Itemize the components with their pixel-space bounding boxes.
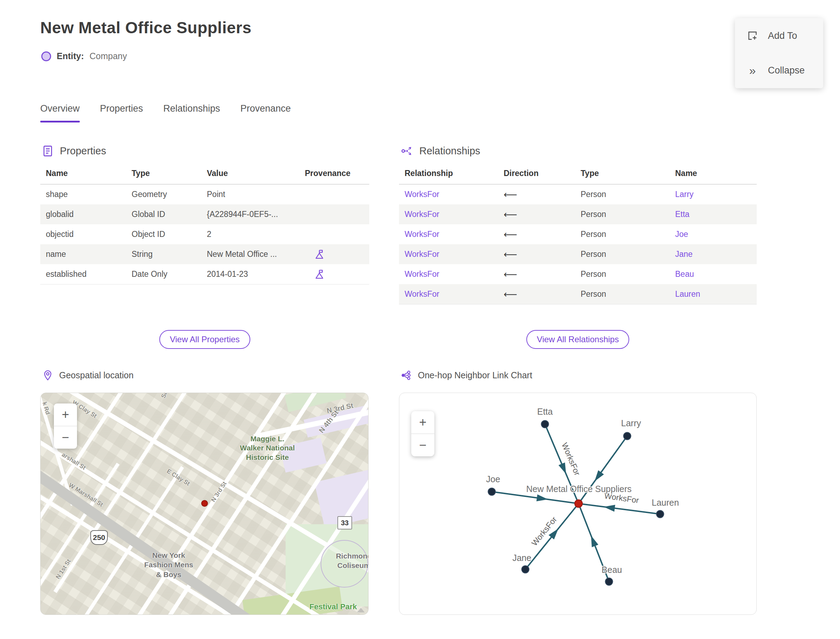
related-entity-link[interactable]: Jane	[670, 250, 757, 259]
node-label: Joe	[486, 474, 500, 484]
edge-label: WorksFor	[530, 515, 558, 548]
relationship-row: WorksFor⟵PersonLarry	[399, 184, 757, 204]
column-header: Type	[575, 168, 670, 178]
related-entity-link[interactable]: Larry	[670, 190, 757, 199]
chart-zoom-out-button[interactable]: −	[411, 434, 434, 456]
map-attribution-toggle[interactable]	[357, 608, 365, 612]
view-all-properties-button[interactable]: View All Properties	[159, 330, 250, 349]
entity-details-page: New Metal Office Suppliers Entity: Compa…	[0, 0, 840, 639]
link-chart-title: One-hop Neighbor Link Chart	[418, 370, 532, 380]
column-header: Direction	[498, 168, 575, 178]
chart-zoom-control: + −	[411, 411, 434, 456]
property-type: String	[126, 250, 201, 259]
add-to-button[interactable]: Add To	[746, 29, 797, 42]
route-badge-33: 33	[337, 516, 352, 529]
collapse-icon: »	[746, 64, 759, 76]
relationships-icon	[401, 145, 414, 157]
relationships-table-body: WorksFor⟵PersonLarryWorksFor⟵PersonEttaW…	[399, 184, 757, 304]
edge-arrow	[558, 462, 570, 475]
collapse-button[interactable]: » Collapse	[746, 64, 805, 76]
relationship-link[interactable]: WorksFor	[399, 190, 498, 199]
property-row: nameStringNew Metal Office ...	[40, 244, 369, 264]
property-row: objectidObject ID2	[40, 224, 369, 244]
relationship-link[interactable]: WorksFor	[399, 289, 498, 299]
node-label: Beau	[601, 565, 622, 575]
property-name: objectid	[40, 230, 126, 239]
node-larry[interactable]	[624, 432, 631, 440]
relationship-row: WorksFor⟵PersonLauren	[399, 284, 757, 304]
collapse-label: Collapse	[768, 65, 805, 76]
node-etta[interactable]	[541, 421, 549, 428]
map-zoom-control: + −	[54, 404, 77, 448]
relationship-row: WorksFor⟵PersonEtta	[399, 204, 757, 224]
relationships-table-header: Relationship Direction Type Name	[399, 168, 757, 184]
node-lauren[interactable]	[657, 510, 664, 518]
geospatial-map[interactable]: k RdW Clay StSaarshall StW Marshall StE …	[40, 393, 369, 615]
entity-badge-icon	[41, 51, 51, 61]
map-zoom-in-button[interactable]: +	[54, 404, 77, 426]
node-beau[interactable]	[606, 578, 613, 585]
column-header: Provenance	[299, 168, 369, 178]
property-type: Date Only	[126, 269, 201, 279]
tab-provenance[interactable]: Provenance	[240, 103, 291, 122]
node-label: Jane	[512, 553, 531, 563]
map-label: Maggie L.Walker NationalHistoric Site	[232, 434, 302, 462]
tab-properties[interactable]: Properties	[100, 103, 143, 122]
related-entity-link[interactable]: Etta	[670, 210, 757, 219]
node-jane[interactable]	[522, 566, 529, 573]
properties-table: Name Type Value Provenance shapeGeometry…	[40, 168, 369, 285]
relationship-row: WorksFor⟵PersonJane	[399, 244, 757, 264]
map-label: RichmondColiseum	[319, 551, 369, 571]
relationship-type: Person	[575, 250, 670, 259]
link-chart-section-header: One-hop Neighbor Link Chart	[401, 370, 532, 381]
edge-arrow	[592, 471, 604, 484]
property-provenance	[299, 249, 369, 260]
direction-arrow: ⟵	[498, 189, 575, 200]
route-shield-250: 250	[90, 530, 108, 545]
geospatial-title: Geospatial location	[59, 370, 134, 380]
property-value: 2	[201, 230, 299, 239]
node-joe[interactable]	[488, 488, 496, 496]
property-provenance	[299, 269, 369, 280]
node-company[interactable]	[575, 500, 582, 507]
relationship-link[interactable]: WorksFor	[399, 230, 498, 239]
related-entity-link[interactable]: Beau	[670, 269, 757, 279]
property-value: Point	[201, 190, 299, 199]
direction-arrow: ⟵	[498, 269, 575, 280]
direction-arrow: ⟵	[498, 289, 575, 300]
chart-zoom-in-button[interactable]: +	[411, 411, 434, 434]
link-chart[interactable]: WorksForWorksForWorksForEttaLarryJoeLaur…	[399, 393, 757, 615]
relationship-link[interactable]: WorksFor	[399, 269, 498, 279]
tab-overview[interactable]: Overview	[40, 103, 80, 122]
property-type: Global ID	[126, 210, 201, 219]
edge-label: WorksFor	[560, 441, 582, 477]
properties-table-body: shapeGeometryPointglobalidGlobal ID{A228…	[40, 184, 369, 285]
map-label: New YorkFashion Mens& Boys	[134, 550, 204, 579]
center-node-label: New Metal Office Suppliers	[526, 484, 632, 494]
related-entity-link[interactable]: Lauren	[670, 289, 757, 299]
column-header: Name	[40, 168, 126, 178]
property-name: globalid	[40, 210, 126, 219]
provenance-icon[interactable]	[314, 249, 325, 260]
tab-relationships[interactable]: Relationships	[164, 103, 220, 122]
relationships-section-title: Relationships	[419, 145, 480, 157]
page-title: New Metal Office Suppliers	[40, 18, 251, 37]
provenance-icon[interactable]	[314, 269, 325, 280]
one-hop-icon	[401, 370, 412, 381]
properties-section-header: Properties	[41, 145, 106, 157]
properties-section-title: Properties	[60, 145, 106, 157]
related-entity-link[interactable]: Joe	[670, 230, 757, 239]
property-type: Geometry	[126, 190, 201, 199]
edge-arrow	[588, 534, 598, 547]
view-all-relationships-button[interactable]: View All Relationships	[527, 330, 629, 349]
column-header: Type	[126, 168, 201, 178]
relationship-link[interactable]: WorksFor	[399, 250, 498, 259]
column-header: Value	[201, 168, 299, 178]
relationship-link[interactable]: WorksFor	[399, 210, 498, 219]
property-row: establishedDate Only2014-01-23	[40, 264, 369, 284]
relationship-type: Person	[575, 269, 670, 279]
map-zoom-out-button[interactable]: −	[54, 426, 77, 448]
relationship-type: Person	[575, 210, 670, 219]
relationships-section-header: Relationships	[401, 145, 480, 157]
edge-lauren	[579, 504, 660, 514]
